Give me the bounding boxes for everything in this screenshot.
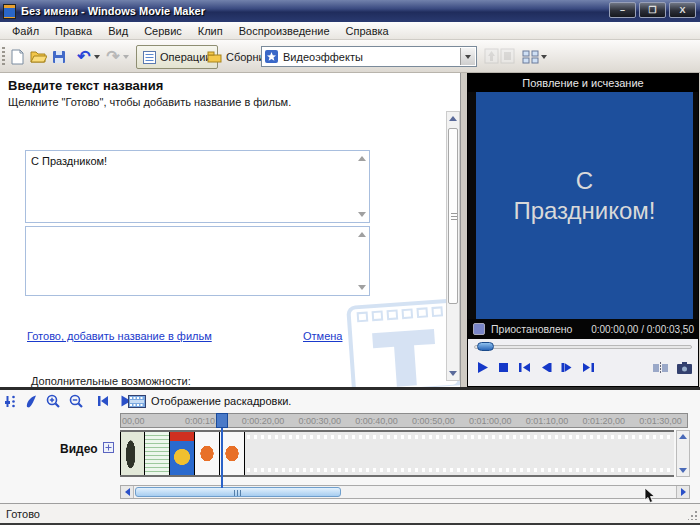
window-title: Без имени - Windows Movie Maker bbox=[21, 5, 205, 17]
scroll-up-icon[interactable] bbox=[679, 434, 687, 439]
clip-thumbnail[interactable] bbox=[170, 432, 195, 475]
play-button[interactable] bbox=[476, 361, 489, 376]
menu-help[interactable]: Справка bbox=[338, 23, 397, 39]
menu-file[interactable]: Файл bbox=[4, 23, 47, 39]
title-task-pane: Введите текст названия Щелкните "Готово"… bbox=[0, 73, 461, 387]
storyboard-icon bbox=[128, 395, 146, 408]
clip-thumbnail[interactable] bbox=[195, 432, 220, 475]
storyboard-toggle-label: Отображение раскадровки. bbox=[151, 395, 291, 407]
forward-disabled-icon bbox=[500, 48, 515, 64]
scroll-left-icon[interactable] bbox=[121, 486, 134, 498]
ruler-label: 0:00:50,00 bbox=[405, 414, 462, 427]
seek-thumb[interactable] bbox=[477, 342, 494, 351]
playhead-line[interactable] bbox=[221, 428, 223, 488]
scroll-down-icon[interactable] bbox=[679, 468, 687, 473]
rewind-timeline-icon[interactable] bbox=[97, 395, 109, 409]
save-project-icon[interactable] bbox=[50, 48, 68, 66]
scroll-down-icon[interactable] bbox=[358, 212, 366, 217]
undo-dropdown-icon[interactable] bbox=[92, 48, 102, 66]
views-dropdown-icon[interactable] bbox=[539, 48, 549, 66]
timeline-scrollbar-horizontal[interactable] bbox=[120, 485, 690, 499]
menu-bar: Файл Правка Вид Сервис Клип Воспроизведе… bbox=[0, 22, 700, 40]
clip-thumbnail[interactable] bbox=[145, 432, 170, 475]
effects-combobox-value: Видеоэффекты bbox=[283, 51, 363, 63]
maximize-button[interactable]: ❐ bbox=[639, 2, 666, 18]
video-track-label: Видео bbox=[60, 442, 98, 456]
playhead-handle[interactable] bbox=[216, 413, 228, 428]
new-project-icon[interactable] bbox=[8, 48, 26, 66]
more-options-label: Дополнительные возможности: bbox=[31, 375, 191, 387]
title-bar: Без имени - Windows Movie Maker – ❐ X bbox=[0, 0, 700, 22]
title-text-value: С Праздником! bbox=[31, 155, 351, 167]
split-clip-button[interactable] bbox=[653, 362, 668, 376]
redo-icon: ↷ bbox=[104, 48, 122, 66]
combobox-dropdown-icon[interactable] bbox=[460, 48, 475, 65]
zoom-in-icon[interactable] bbox=[45, 393, 61, 411]
open-project-icon[interactable] bbox=[29, 48, 47, 66]
ruler-label: 00,00 bbox=[121, 414, 178, 427]
menu-view[interactable]: Вид bbox=[100, 23, 136, 39]
back-disabled-icon bbox=[484, 48, 499, 64]
scroll-up-icon[interactable] bbox=[449, 116, 457, 121]
time-display: 0:00:00,00 / 0:00:03,50 bbox=[591, 324, 694, 335]
timeline-ruler[interactable]: 00,00 0:00:10,00 0:00:20,00 0:00:30,00 0… bbox=[120, 413, 688, 428]
scrollbar-thumb[interactable] bbox=[135, 487, 341, 497]
title-watermark-icon bbox=[348, 301, 461, 387]
scroll-down-icon[interactable] bbox=[449, 371, 457, 376]
cancel-link[interactable]: Отмена bbox=[303, 330, 342, 342]
track-scrollbar-vertical[interactable] bbox=[676, 430, 690, 477]
preview-text-line1: С bbox=[576, 166, 593, 196]
video-track[interactable] bbox=[120, 430, 674, 477]
menu-clip[interactable]: Клип bbox=[190, 23, 231, 39]
minimize-button[interactable]: – bbox=[609, 2, 636, 18]
scroll-up-icon[interactable] bbox=[358, 232, 366, 237]
menu-tools[interactable]: Сервис bbox=[136, 23, 190, 39]
resize-grip-icon[interactable] bbox=[688, 511, 697, 520]
take-picture-button[interactable] bbox=[677, 362, 692, 376]
undo-icon[interactable]: ↶ bbox=[75, 48, 93, 66]
subtitle-text-input[interactable] bbox=[25, 226, 370, 296]
effects-combobox[interactable]: Видеоэффекты bbox=[261, 46, 477, 67]
audio-levels-icon[interactable] bbox=[4, 394, 17, 411]
preview-video: С Праздником! bbox=[476, 92, 693, 319]
tasks-icon bbox=[143, 51, 156, 64]
movie-maker-window: Без имени - Windows Movie Maker – ❐ X Фа… bbox=[0, 0, 700, 525]
ruler-label: 0:01:00,00 bbox=[462, 414, 519, 427]
zoom-out-icon[interactable] bbox=[68, 393, 84, 411]
ruler-label: 0:00:40,00 bbox=[348, 414, 405, 427]
menu-edit[interactable]: Правка bbox=[47, 23, 100, 39]
preview-status-bar: Приостановлено 0:00:00,00 / 0:00:03,50 bbox=[468, 319, 698, 339]
back-button[interactable] bbox=[518, 362, 531, 375]
scroll-right-icon[interactable] bbox=[676, 486, 689, 498]
stop-button[interactable] bbox=[498, 362, 509, 375]
done-link[interactable]: Готово, добавить название в фильм bbox=[27, 330, 212, 342]
close-button[interactable]: X bbox=[669, 2, 696, 18]
forward-button[interactable] bbox=[582, 362, 595, 375]
ruler-label: 0:00:20,00 bbox=[235, 414, 292, 427]
ruler-label: 0:01:10,00 bbox=[519, 414, 576, 427]
task-pane-scrollbar[interactable] bbox=[446, 111, 460, 381]
ruler-label: 0:00:30,00 bbox=[291, 414, 348, 427]
scrollbar-thumb[interactable] bbox=[448, 128, 458, 304]
seek-bar[interactable] bbox=[474, 345, 692, 349]
empty-track-filmstrip bbox=[245, 432, 674, 475]
clip-thumbnail[interactable] bbox=[220, 432, 245, 475]
collections-icon bbox=[207, 51, 222, 63]
toolbar: ↶ ↷ Операции Сборники Видеоэффекты bbox=[0, 40, 700, 73]
clip-thumbnail[interactable] bbox=[120, 432, 145, 475]
toolbar-grip bbox=[2, 47, 5, 66]
expand-track-icon[interactable] bbox=[103, 442, 114, 456]
previous-frame-button[interactable] bbox=[540, 362, 552, 375]
next-frame-button[interactable] bbox=[561, 362, 573, 375]
menu-play[interactable]: Воспроизведение bbox=[231, 23, 338, 39]
storyboard-toggle-button[interactable]: Отображение раскадровки. bbox=[128, 392, 291, 410]
scroll-down-icon[interactable] bbox=[358, 285, 366, 290]
preview-clip-title: Появление и исчезание bbox=[468, 74, 698, 92]
preview-controls bbox=[468, 339, 698, 386]
scroll-up-icon[interactable] bbox=[358, 156, 366, 161]
views-icon[interactable] bbox=[520, 48, 540, 66]
status-bar: Готово bbox=[0, 503, 700, 523]
pane-instruction: Щелкните "Готово", чтобы добавить назван… bbox=[8, 96, 291, 108]
narration-icon[interactable] bbox=[24, 394, 38, 411]
title-text-input[interactable]: С Праздником! bbox=[25, 150, 370, 223]
